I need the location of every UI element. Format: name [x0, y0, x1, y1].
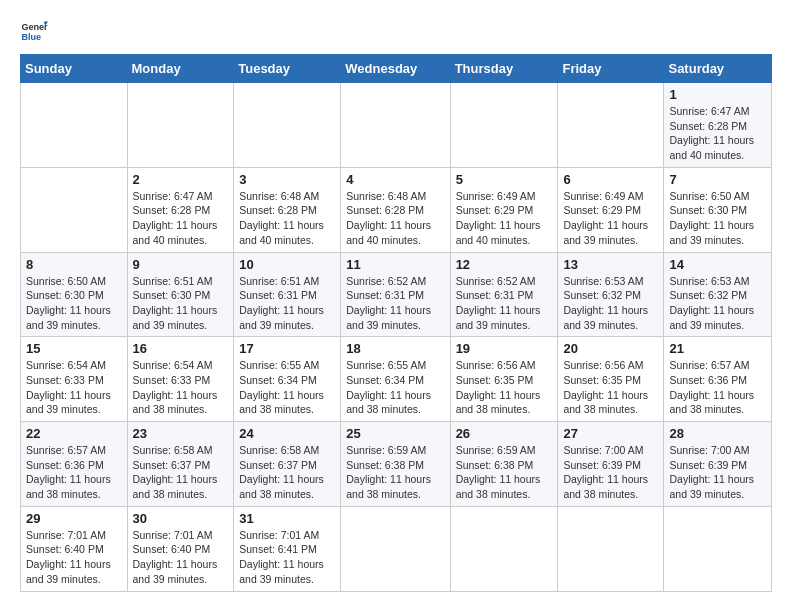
logo-icon: General Blue — [20, 16, 48, 44]
day-info: Sunrise: 6:49 AMSunset: 6:29 PMDaylight:… — [456, 189, 553, 248]
day-cell: 4 Sunrise: 6:48 AMSunset: 6:28 PMDayligh… — [341, 167, 450, 252]
day-info: Sunrise: 6:47 AMSunset: 6:28 PMDaylight:… — [133, 189, 229, 248]
col-header-tuesday: Tuesday — [234, 55, 341, 83]
day-number: 25 — [346, 426, 444, 441]
day-info: Sunrise: 6:54 AMSunset: 6:33 PMDaylight:… — [133, 358, 229, 417]
day-cell — [664, 506, 772, 591]
day-info: Sunrise: 7:01 AMSunset: 6:40 PMDaylight:… — [133, 528, 229, 587]
day-cell — [450, 506, 558, 591]
day-cell: 13 Sunrise: 6:53 AMSunset: 6:32 PMDaylig… — [558, 252, 664, 337]
day-info: Sunrise: 6:51 AMSunset: 6:30 PMDaylight:… — [133, 274, 229, 333]
day-number: 15 — [26, 341, 122, 356]
col-header-wednesday: Wednesday — [341, 55, 450, 83]
day-info: Sunrise: 6:58 AMSunset: 6:37 PMDaylight:… — [133, 443, 229, 502]
day-number: 17 — [239, 341, 335, 356]
day-cell: 31 Sunrise: 7:01 AMSunset: 6:41 PMDaylig… — [234, 506, 341, 591]
day-cell: 22 Sunrise: 6:57 AMSunset: 6:36 PMDaylig… — [21, 422, 128, 507]
day-number: 14 — [669, 257, 766, 272]
day-number: 21 — [669, 341, 766, 356]
col-header-sunday: Sunday — [21, 55, 128, 83]
week-row-4: 15 Sunrise: 6:54 AMSunset: 6:33 PMDaylig… — [21, 337, 772, 422]
day-number: 27 — [563, 426, 658, 441]
week-row-5: 22 Sunrise: 6:57 AMSunset: 6:36 PMDaylig… — [21, 422, 772, 507]
day-number: 18 — [346, 341, 444, 356]
calendar-table: SundayMondayTuesdayWednesdayThursdayFrid… — [20, 54, 772, 592]
day-number: 10 — [239, 257, 335, 272]
day-cell: 28 Sunrise: 7:00 AMSunset: 6:39 PMDaylig… — [664, 422, 772, 507]
col-header-saturday: Saturday — [664, 55, 772, 83]
day-cell — [558, 506, 664, 591]
day-number: 2 — [133, 172, 229, 187]
day-cell: 3 Sunrise: 6:48 AMSunset: 6:28 PMDayligh… — [234, 167, 341, 252]
day-cell: 21 Sunrise: 6:57 AMSunset: 6:36 PMDaylig… — [664, 337, 772, 422]
day-cell: 1 Sunrise: 6:47 AMSunset: 6:28 PMDayligh… — [664, 83, 772, 168]
day-number: 1 — [669, 87, 766, 102]
day-number: 31 — [239, 511, 335, 526]
day-info: Sunrise: 6:52 AMSunset: 6:31 PMDaylight:… — [456, 274, 553, 333]
day-info: Sunrise: 7:00 AMSunset: 6:39 PMDaylight:… — [563, 443, 658, 502]
day-cell — [234, 83, 341, 168]
day-cell — [21, 83, 128, 168]
day-info: Sunrise: 6:53 AMSunset: 6:32 PMDaylight:… — [563, 274, 658, 333]
svg-text:General: General — [21, 22, 48, 32]
page-header: General Blue — [20, 16, 772, 44]
day-info: Sunrise: 6:54 AMSunset: 6:33 PMDaylight:… — [26, 358, 122, 417]
day-cell: 18 Sunrise: 6:55 AMSunset: 6:34 PMDaylig… — [341, 337, 450, 422]
day-cell: 25 Sunrise: 6:59 AMSunset: 6:38 PMDaylig… — [341, 422, 450, 507]
day-number: 5 — [456, 172, 553, 187]
svg-text:Blue: Blue — [21, 32, 41, 42]
day-info: Sunrise: 6:51 AMSunset: 6:31 PMDaylight:… — [239, 274, 335, 333]
col-header-thursday: Thursday — [450, 55, 558, 83]
day-cell: 6 Sunrise: 6:49 AMSunset: 6:29 PMDayligh… — [558, 167, 664, 252]
day-cell: 19 Sunrise: 6:56 AMSunset: 6:35 PMDaylig… — [450, 337, 558, 422]
day-number: 4 — [346, 172, 444, 187]
day-info: Sunrise: 6:59 AMSunset: 6:38 PMDaylight:… — [456, 443, 553, 502]
day-number: 22 — [26, 426, 122, 441]
day-info: Sunrise: 7:01 AMSunset: 6:41 PMDaylight:… — [239, 528, 335, 587]
day-cell: 14 Sunrise: 6:53 AMSunset: 6:32 PMDaylig… — [664, 252, 772, 337]
week-row-3: 8 Sunrise: 6:50 AMSunset: 6:30 PMDayligh… — [21, 252, 772, 337]
day-cell — [341, 83, 450, 168]
day-cell — [21, 167, 128, 252]
col-header-monday: Monday — [127, 55, 234, 83]
day-number: 7 — [669, 172, 766, 187]
day-info: Sunrise: 6:50 AMSunset: 6:30 PMDaylight:… — [669, 189, 766, 248]
day-info: Sunrise: 7:01 AMSunset: 6:40 PMDaylight:… — [26, 528, 122, 587]
day-cell: 10 Sunrise: 6:51 AMSunset: 6:31 PMDaylig… — [234, 252, 341, 337]
day-number: 19 — [456, 341, 553, 356]
day-number: 26 — [456, 426, 553, 441]
day-number: 12 — [456, 257, 553, 272]
day-info: Sunrise: 6:49 AMSunset: 6:29 PMDaylight:… — [563, 189, 658, 248]
day-cell: 2 Sunrise: 6:47 AMSunset: 6:28 PMDayligh… — [127, 167, 234, 252]
day-cell: 15 Sunrise: 6:54 AMSunset: 6:33 PMDaylig… — [21, 337, 128, 422]
day-info: Sunrise: 6:57 AMSunset: 6:36 PMDaylight:… — [669, 358, 766, 417]
day-info: Sunrise: 6:48 AMSunset: 6:28 PMDaylight:… — [346, 189, 444, 248]
day-number: 3 — [239, 172, 335, 187]
day-number: 29 — [26, 511, 122, 526]
day-cell: 17 Sunrise: 6:55 AMSunset: 6:34 PMDaylig… — [234, 337, 341, 422]
day-number: 8 — [26, 257, 122, 272]
day-number: 16 — [133, 341, 229, 356]
day-info: Sunrise: 6:53 AMSunset: 6:32 PMDaylight:… — [669, 274, 766, 333]
day-info: Sunrise: 6:55 AMSunset: 6:34 PMDaylight:… — [346, 358, 444, 417]
day-cell — [558, 83, 664, 168]
day-info: Sunrise: 6:55 AMSunset: 6:34 PMDaylight:… — [239, 358, 335, 417]
logo: General Blue — [20, 16, 52, 44]
day-number: 11 — [346, 257, 444, 272]
week-row-6: 29 Sunrise: 7:01 AMSunset: 6:40 PMDaylig… — [21, 506, 772, 591]
day-cell: 9 Sunrise: 6:51 AMSunset: 6:30 PMDayligh… — [127, 252, 234, 337]
day-info: Sunrise: 6:56 AMSunset: 6:35 PMDaylight:… — [456, 358, 553, 417]
week-row-2: 2 Sunrise: 6:47 AMSunset: 6:28 PMDayligh… — [21, 167, 772, 252]
day-info: Sunrise: 6:59 AMSunset: 6:38 PMDaylight:… — [346, 443, 444, 502]
day-info: Sunrise: 6:57 AMSunset: 6:36 PMDaylight:… — [26, 443, 122, 502]
day-number: 20 — [563, 341, 658, 356]
day-cell — [450, 83, 558, 168]
day-cell — [127, 83, 234, 168]
day-number: 28 — [669, 426, 766, 441]
day-info: Sunrise: 7:00 AMSunset: 6:39 PMDaylight:… — [669, 443, 766, 502]
day-info: Sunrise: 6:47 AMSunset: 6:28 PMDaylight:… — [669, 104, 766, 163]
day-cell: 29 Sunrise: 7:01 AMSunset: 6:40 PMDaylig… — [21, 506, 128, 591]
day-number: 24 — [239, 426, 335, 441]
day-cell: 30 Sunrise: 7:01 AMSunset: 6:40 PMDaylig… — [127, 506, 234, 591]
day-number: 23 — [133, 426, 229, 441]
